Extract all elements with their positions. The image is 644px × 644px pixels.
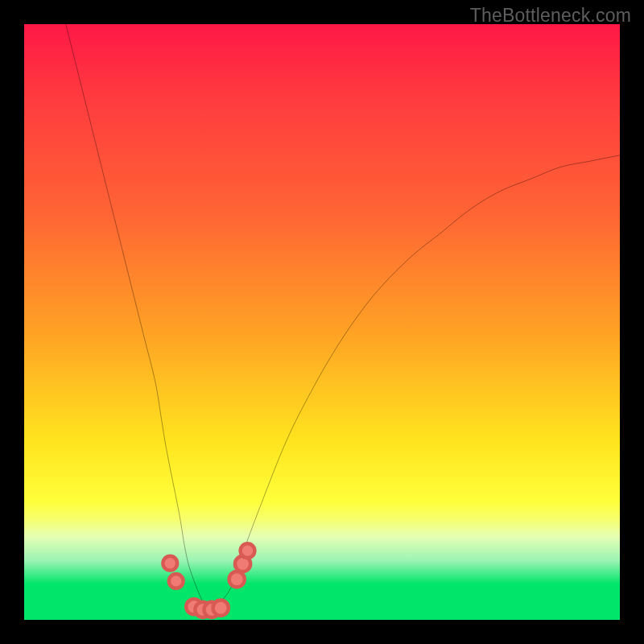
- watermark-text: TheBottleneck.com: [470, 5, 631, 27]
- chart-frame: TheBottleneck.com: [0, 0, 644, 644]
- curve-layer: [24, 24, 620, 620]
- data-marker: [213, 601, 229, 616]
- plot-area: [24, 24, 620, 620]
- data-marker: [163, 556, 177, 571]
- data-marker: [241, 543, 255, 558]
- curve-path: [66, 24, 620, 609]
- bead-group: [163, 543, 254, 617]
- data-marker: [169, 574, 184, 588]
- data-marker: [229, 572, 245, 587]
